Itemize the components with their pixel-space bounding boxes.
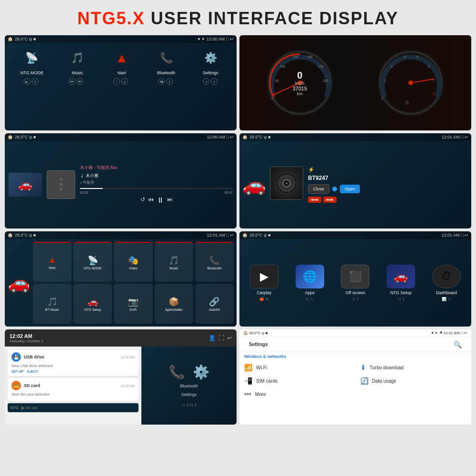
app-music[interactable]: 🎵 Music	[155, 242, 193, 282]
ctrl-wifi[interactable]: ⊙	[203, 78, 209, 85]
status-bar-6: 🏠 28.0°C ψ ■ 12:01 AM □ ↩	[239, 231, 471, 239]
cp-apps[interactable]: 🌐 Apps ☊ ⊙	[296, 265, 324, 301]
settings-section: Wireless & networks	[239, 352, 471, 361]
navi-icon[interactable]: ▲ Navi	[111, 48, 132, 75]
offscreen-label: Off screen	[346, 290, 365, 295]
sd-avatar: 💳	[11, 381, 21, 390]
ctrl-shuffle[interactable]: ↺	[32, 78, 39, 85]
temp-3: 28.0°C ψ ■	[15, 135, 36, 139]
app-apkinstaller[interactable]: 📦 ApkInstaller	[155, 284, 193, 324]
app-dvr[interactable]: 📷 DVR	[114, 284, 152, 324]
bt-track-btns: ⏮⏮ ⏭⏭	[308, 197, 360, 203]
app-navi-label: Navi	[49, 266, 56, 269]
app-navi[interactable]: ▲ Navi	[33, 242, 71, 282]
cp-offscreen[interactable]: ⬛ Off screen ⊙ ℹ	[341, 265, 369, 301]
notif-left: 💾 USB drive 12:00 AM New USB drive detec…	[5, 347, 141, 425]
notif-back-icon[interactable]: ↩	[227, 335, 232, 341]
svg-text:0: 0	[271, 97, 273, 100]
usb-eject-btn[interactable]: EJECT	[27, 370, 38, 373]
notif-body: 💾 USB drive 12:00 AM New USB drive detec…	[5, 347, 237, 425]
settings-turbo[interactable]: ⬇ Turbo download	[356, 361, 472, 374]
bt-open-btn[interactable]: Open	[340, 185, 360, 193]
music-play[interactable]: ⏸	[157, 196, 164, 205]
carplay-label: Carplay	[257, 290, 271, 295]
apps-grid: ▲ Navi 📡 NTG MODE 🎭 Video 🎵 Music 📞	[33, 242, 234, 324]
ctrl-prev[interactable]: ⏮	[69, 78, 75, 85]
ctrl-info2[interactable]: ℹ	[211, 78, 218, 85]
app-ntgsetup-icon: 🚗	[88, 297, 98, 307]
settings-more[interactable]: ••• More	[239, 387, 356, 401]
bt-track-btn2[interactable]: ⏭⏭	[323, 197, 337, 203]
music-prev[interactable]: ⏮	[148, 196, 154, 205]
ctrl-phone[interactable]: ☎	[158, 78, 165, 85]
bt-left: 🚗	[242, 144, 266, 226]
ctrl-play[interactable]: ▶	[24, 78, 30, 85]
cp-carplay[interactable]: ▶ Carplay 🍎 ⚙	[250, 265, 278, 301]
music-next[interactable]: ⏭	[167, 196, 173, 205]
bt-icon-1: ♥ ✦	[198, 37, 205, 41]
notif-phone-icon: 📞	[169, 364, 185, 380]
settings-data[interactable]: 🔄 Data usage	[356, 374, 472, 387]
app-ntgsetup[interactable]: 🚗 NTG Setup	[73, 284, 112, 324]
time-current: 00:32	[80, 191, 89, 194]
bt-close-btn[interactable]: Close	[308, 184, 329, 194]
ntg-mode-img: 📡	[21, 48, 42, 69]
svg-text:180: 180	[307, 55, 313, 59]
cp-dashboard[interactable]: ⏱ Dashboard 📊 ↺	[432, 265, 461, 301]
carplay-icon: ▶	[250, 265, 278, 288]
settings-search-icon[interactable]: 🔍	[449, 341, 466, 348]
settings-wifi[interactable]: 📶 Wi-Fi	[239, 361, 356, 374]
svg-text:260: 260	[323, 79, 328, 82]
app-apk-icon: 📦	[169, 297, 179, 307]
time-1: 12:00 AM	[207, 37, 225, 41]
cp-ntgsetup[interactable]: 🚗 NTG Setup ⊙ ℹ	[387, 265, 415, 301]
settings-icon[interactable]: ⚙️ Settings	[200, 48, 221, 75]
usb-setup-btn[interactable]: SET UP	[11, 370, 23, 373]
music-repeat[interactable]: ↺	[140, 196, 145, 205]
usb-actions: SET UP EJECT	[11, 370, 135, 373]
music-artist: ♩ 木小雅	[80, 173, 233, 179]
app-video[interactable]: 🎭 Video	[114, 242, 152, 282]
ntgsetup-sub: ⊙ ℹ	[398, 297, 404, 301]
notif-play-ctrl[interactable]: ▶ ⏭ ⏮	[21, 405, 38, 410]
settings-items: 📶 Wi-Fi ⬇ Turbo download 📲 SIM cards 🔄 D…	[239, 361, 471, 401]
carplay-sub-icon: ⚙	[266, 297, 269, 301]
carplay-inner: ▶ Carplay 🍎 ⚙ 🌐 Apps ☊ ⊙	[239, 239, 471, 327]
ctrl-next[interactable]: ⏭	[77, 78, 83, 85]
app-navi-icon: ▲	[48, 255, 57, 265]
bottom-controls: ▶ ↺ ⏮ ⏭ ⌂ ◎ ☎ ℹ ⊙ ℹ	[5, 77, 237, 88]
notif-ctrl-icons[interactable]: ⊙ ℹ ☊ ℹ	[182, 403, 196, 407]
ctrl-info[interactable]: ℹ	[166, 78, 173, 85]
settings-label: Settings	[203, 70, 218, 75]
notif-usb-header: 💾 USB drive 12:00 AM	[11, 352, 135, 362]
bt-track-btn1[interactable]: ⏮⏮	[308, 197, 321, 203]
app-autokit[interactable]: 🔗 AutoKit	[195, 284, 234, 324]
ctrl-map[interactable]: ◎	[121, 78, 128, 85]
settings-page-title: Settings	[244, 340, 272, 349]
navi-img: ▲	[111, 48, 132, 69]
ntg-mode-icon[interactable]: 📡 NTG MODE	[20, 48, 44, 75]
more-icon: •••	[244, 390, 251, 398]
bt-device-img	[270, 167, 303, 200]
app-bt-label: Bluetooth	[208, 267, 222, 270]
app-btmusic[interactable]: 🎵 BT Music	[33, 284, 71, 324]
app-ntgmode[interactable]: 📡 NTG MODE	[73, 242, 112, 282]
svg-line-21	[411, 79, 434, 83]
bluetooth-icon[interactable]: 📞 Bluetooth	[156, 48, 177, 75]
apps-sub: ☊ ⊙	[306, 297, 314, 301]
app-video-icon: 🎭	[128, 255, 139, 266]
svg-point-27	[286, 182, 288, 184]
notif-sd-header: 💳 SD card 12:00 AM	[11, 381, 135, 390]
app-bluetooth[interactable]: 📞 Bluetooth	[195, 242, 234, 282]
usb-avatar: 💾	[11, 352, 21, 362]
music-icon[interactable]: 🎵 Music	[67, 48, 88, 75]
home-icon-6: 🏠	[242, 233, 248, 238]
usb-time: 12:00 AM	[120, 356, 135, 359]
ctrl-home[interactable]: ⌂	[113, 78, 120, 85]
settings-sim[interactable]: 📲 SIM cards	[239, 374, 356, 387]
odometer: 37015	[292, 86, 307, 91]
home-icon-3: 🏠	[8, 135, 13, 139]
music-car-thumb: 🚗	[9, 173, 42, 197]
svg-text:3: 3	[391, 65, 393, 68]
progress-bar[interactable]	[80, 188, 233, 189]
